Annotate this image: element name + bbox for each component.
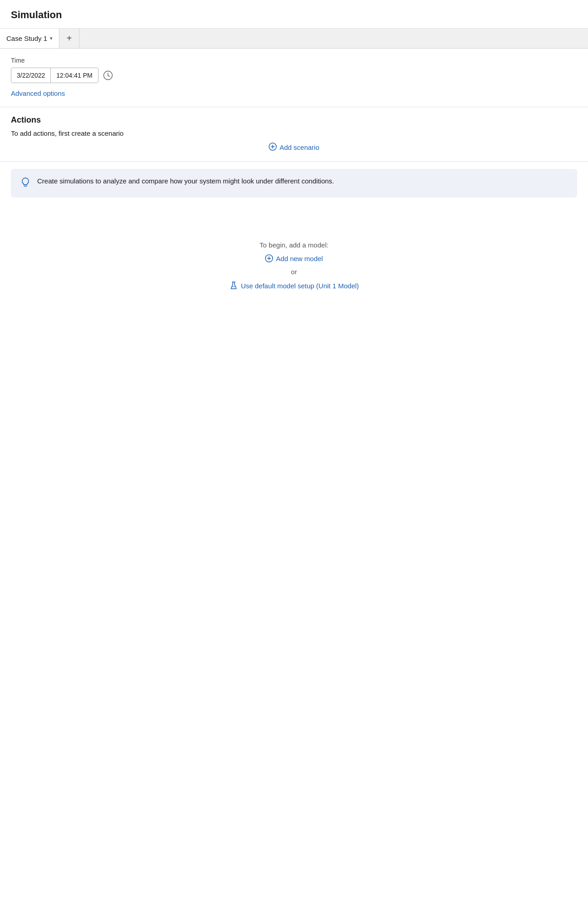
add-model-label: Add new model [276, 255, 323, 262]
default-model-label: Use default model setup (Unit 1 Model) [241, 282, 359, 290]
add-model-circle-plus-icon [265, 254, 273, 262]
page-title: Simulation [11, 9, 577, 21]
add-scenario-button[interactable]: Add scenario [11, 143, 577, 152]
date-input[interactable]: 3/22/2022 [11, 68, 51, 83]
add-new-model-button[interactable]: Add new model [265, 254, 323, 262]
use-default-model-button[interactable]: Use default model setup (Unit 1 Model) [229, 281, 359, 290]
bulb-icon [20, 177, 31, 190]
lightbulb-icon [20, 177, 31, 188]
info-banner: Create simulations to analyze and compar… [11, 169, 577, 198]
add-circle-icon [269, 143, 277, 151]
advanced-options-link[interactable]: Advanced options [11, 89, 65, 97]
actions-title: Actions [11, 115, 577, 125]
add-tab-button[interactable]: + [59, 29, 79, 48]
tabs-bar: Case Study 1 ▾ + [0, 29, 588, 49]
actions-section: Actions To add actions, first create a s… [0, 107, 588, 162]
time-label: Time [11, 57, 577, 64]
time-input-row: 3/22/2022 12:04:41 PM [11, 68, 577, 83]
info-banner-text: Create simulations to analyze and compar… [37, 176, 334, 187]
or-text: or [291, 268, 297, 276]
main-content: Time 3/22/2022 12:04:41 PM Advanced opti… [0, 49, 588, 308]
flask-icon [229, 281, 238, 290]
case-study-tab[interactable]: Case Study 1 ▾ [0, 29, 59, 48]
add-scenario-label: Add scenario [279, 143, 319, 151]
tab-label: Case Study 1 [6, 35, 47, 42]
begin-text: To begin, add a model: [260, 241, 328, 249]
time-section: Time 3/22/2022 12:04:41 PM Advanced opti… [0, 49, 588, 107]
time-input-box[interactable]: 3/22/2022 12:04:41 PM [11, 68, 98, 83]
bottom-section: To begin, add a model: Add new model or … [0, 205, 588, 308]
clock-icon [103, 70, 113, 80]
chevron-down-icon: ▾ [50, 35, 53, 41]
time-input[interactable]: 12:04:41 PM [51, 68, 98, 83]
page-header: Simulation [0, 0, 588, 29]
clock-icon-button[interactable] [103, 70, 113, 80]
circle-plus-icon [269, 143, 277, 152]
actions-helper-text: To add actions, first create a scenario [11, 129, 577, 137]
